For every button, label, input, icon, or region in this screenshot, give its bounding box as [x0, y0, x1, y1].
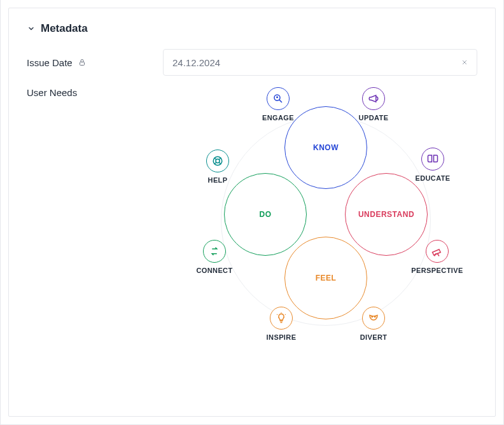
- clear-button[interactable]: [457, 55, 472, 70]
- section-title: Metadata: [41, 22, 88, 35]
- node-inspire-label: INSPIRE: [267, 333, 297, 341]
- issue-date-input[interactable]: [163, 49, 477, 76]
- svg-point-9: [375, 316, 376, 317]
- svg-point-5: [276, 96, 278, 98]
- issue-date-input-wrap: [163, 49, 477, 76]
- megaphone-icon: [362, 87, 385, 110]
- node-perspective[interactable]: PERSPECTIVE: [409, 240, 466, 274]
- arrows-icon: [203, 240, 226, 263]
- metadata-card: Metadata Issue Date User Needs: [8, 8, 496, 417]
- svg-line-11: [277, 314, 277, 315]
- node-update-label: UPDATE: [359, 114, 389, 122]
- svg-line-18: [219, 162, 221, 164]
- node-connect[interactable]: CONNECT: [186, 240, 243, 274]
- node-update[interactable]: UPDATE: [345, 87, 402, 122]
- core-know-label: KNOW: [313, 143, 339, 152]
- node-help[interactable]: HELP: [189, 150, 246, 184]
- node-educate[interactable]: EDUCATE: [404, 148, 461, 182]
- issue-date-label-text: Issue Date: [27, 57, 73, 68]
- node-inspire[interactable]: INSPIRE: [253, 307, 310, 341]
- svg-line-15: [214, 158, 216, 160]
- svg-line-17: [214, 162, 216, 164]
- node-educate-label: EDUCATE: [415, 174, 450, 182]
- node-help-label: HELP: [208, 176, 228, 184]
- svg-rect-0: [80, 62, 84, 66]
- masks-icon: [362, 307, 385, 330]
- core-do-label: DO: [260, 210, 272, 219]
- node-divert-label: DIVERT: [360, 333, 388, 341]
- lifebuoy-icon: [206, 150, 229, 172]
- node-engage-label: ENGAGE: [262, 114, 294, 122]
- lightbulb-icon: [270, 307, 293, 330]
- node-engage[interactable]: ENGAGE: [249, 87, 307, 122]
- node-perspective-label: PERSPECTIVE: [411, 267, 463, 274]
- telescope-icon: [426, 240, 449, 263]
- chevron-down-icon: [27, 24, 36, 33]
- search-person-icon: [267, 87, 290, 110]
- issue-date-row: Issue Date: [27, 49, 477, 76]
- node-connect-label: CONNECT: [196, 267, 232, 274]
- core-understand-label: UNDERSTAND: [358, 210, 414, 219]
- user-needs-diagram: KNOW DO UNDERSTAND FEEL ENGAGE: [179, 81, 472, 361]
- book-icon: [421, 148, 444, 171]
- close-icon: [461, 58, 468, 67]
- lock-icon: [78, 58, 87, 67]
- svg-point-8: [372, 316, 373, 317]
- user-needs-row: User Needs KNOW DO UNDERSTAND FEEL: [27, 83, 477, 361]
- core-feel-label: FEEL: [316, 274, 337, 282]
- issue-date-label: Issue Date: [27, 57, 154, 68]
- svg-point-14: [216, 159, 220, 163]
- svg-line-12: [285, 314, 286, 315]
- svg-line-4: [279, 100, 282, 102]
- node-divert[interactable]: DIVERT: [345, 307, 402, 341]
- svg-line-16: [219, 158, 221, 160]
- section-header[interactable]: Metadata: [27, 22, 477, 35]
- user-needs-label: User Needs: [27, 83, 154, 98]
